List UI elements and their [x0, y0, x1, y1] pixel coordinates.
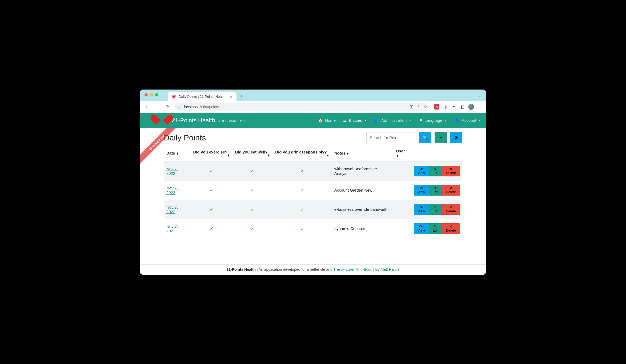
page-header-row: Daily Points 🔍 ＋ ⟳: [164, 132, 462, 143]
extensions-puzzle-icon[interactable]: ✦: [451, 104, 456, 110]
check-icon: ✓: [300, 207, 304, 212]
edit-button[interactable]: ✎Edit: [429, 204, 442, 215]
pencil-icon: ✎: [434, 186, 437, 190]
app-footer: 21-Points Health | An application develo…: [140, 264, 486, 275]
password-key-icon[interactable]: ⚿: [410, 104, 414, 109]
view-button[interactable]: 👁View: [414, 223, 429, 234]
col-eat[interactable]: Did you eat well? ▲▼: [232, 145, 272, 161]
side-panel-icon[interactable]: ◧: [460, 104, 465, 110]
table-row: Nov 7, 2022✓✓✓withdrawal Bedfordshire An…: [164, 161, 462, 181]
footer-link-author[interactable]: Matt Raible: [381, 267, 400, 272]
site-info-icon[interactable]: i: [177, 105, 181, 109]
caret-down-icon: ▼: [444, 119, 447, 122]
profile-avatar[interactable]: [468, 104, 474, 110]
browser-menu-icon[interactable]: ⋮: [477, 104, 483, 110]
eye-icon: 👁: [419, 167, 423, 171]
row-actions: 👁View✎Edit✕Delete: [414, 204, 460, 215]
nav-account[interactable]: 👤 Account ▼: [454, 117, 481, 124]
flag-icon: ⚑: [419, 118, 422, 123]
window-controls: [145, 93, 158, 96]
view-button[interactable]: 👁View: [414, 166, 429, 176]
new-tab-button[interactable]: +: [240, 94, 243, 99]
check-icon: ✓: [210, 168, 214, 174]
delete-button[interactable]: ✕Delete: [442, 166, 460, 176]
col-user[interactable]: User ▲▼: [394, 145, 411, 161]
tab-title: Daily Points | 21-Points Health: [179, 95, 225, 99]
delete-button[interactable]: ✕Delete: [442, 223, 460, 234]
col-date[interactable]: Date ▲▼: [164, 145, 191, 161]
browser-titlebar: 💗 Daily Points | 21-Points Health ✕ + ⌄: [140, 90, 486, 101]
edit-button[interactable]: ✎Edit: [429, 223, 442, 234]
row-user: [394, 181, 411, 200]
view-button[interactable]: 👁View: [414, 185, 429, 196]
close-window-button[interactable]: [145, 93, 148, 96]
row-date-link[interactable]: Nov 7, 2022: [166, 205, 178, 214]
edit-button[interactable]: ✎Edit: [429, 166, 442, 176]
address-bar[interactable]: i localhost:8080/points ⚿ ⇧ ☆: [174, 103, 430, 111]
home-icon: 🏠: [318, 118, 323, 123]
row-date-link[interactable]: Nov 7, 2022: [166, 186, 178, 195]
caret-down-icon: ▼: [478, 119, 481, 122]
create-button[interactable]: ＋: [435, 132, 447, 143]
table-row: Nov 7, 2022✓✓✓dynamic Concrete👁View✎Edit…: [164, 219, 462, 238]
nav-administration[interactable]: 👥 Administration ▼: [374, 117, 412, 124]
redux-devtools-icon[interactable]: ◎: [443, 104, 448, 110]
nav-language[interactable]: ⚑ Language ▼: [418, 117, 448, 124]
row-user: [394, 161, 411, 181]
view-button[interactable]: 👁View: [414, 204, 429, 215]
footer-app: 21-Points Health: [226, 267, 256, 272]
search-icon: 🔍: [423, 135, 428, 140]
footer-by: | By: [372, 267, 381, 272]
reload-button[interactable]: ⟳: [164, 104, 171, 110]
check-icon: ✓: [250, 168, 254, 174]
brand-title: 21-Points Health: [172, 117, 215, 124]
pencil-icon: ✎: [434, 167, 437, 171]
extension-icons: A ◎ ✦ ◧ ⋮: [434, 104, 483, 110]
check-icon: ✓: [210, 188, 214, 193]
page-body: Development Daily Points 🔍 ＋ ⟳ Da: [140, 128, 486, 264]
edit-button[interactable]: ✎Edit: [429, 185, 442, 196]
search-button[interactable]: 🔍: [419, 132, 431, 143]
browser-tab[interactable]: 💗 Daily Points | 21-Points Health ✕: [168, 92, 236, 101]
delete-button[interactable]: ✕Delete: [442, 204, 460, 215]
check-icon: ✓: [210, 207, 214, 212]
footer-link-book[interactable]: The JHipster Mini-Book: [334, 267, 372, 272]
refresh-button[interactable]: ⟳: [450, 132, 462, 143]
delete-button[interactable]: ✕Delete: [442, 185, 460, 196]
bookmark-star-icon[interactable]: ☆: [424, 104, 427, 109]
col-exercise[interactable]: Did you exercise? ▲▼: [191, 145, 232, 161]
row-notes: dynamic Concrete: [332, 219, 394, 238]
tab-favicon-heart-icon: 💗: [171, 95, 176, 99]
angular-extension-icon[interactable]: A: [434, 104, 439, 110]
row-actions: 👁View✎Edit✕Delete: [414, 223, 460, 234]
col-notes[interactable]: Notes ▲▼: [332, 145, 394, 161]
browser-window: 💗 Daily Points | 21-Points Health ✕ + ⌄ …: [140, 90, 486, 275]
refresh-icon: ⟳: [455, 135, 458, 140]
search-input[interactable]: [366, 132, 416, 143]
nav-home[interactable]: 🏠 Home: [317, 117, 336, 124]
x-icon: ✕: [449, 167, 452, 171]
brand[interactable]: 21-Points Health v0.0.1-SNAPSHOT: [156, 115, 245, 126]
x-icon: ✕: [449, 186, 452, 190]
maximize-window-button[interactable]: [155, 93, 158, 96]
list-icon: ☰: [343, 118, 347, 123]
sort-icon: ▲▼: [327, 154, 329, 157]
nav-entities[interactable]: ☰ Entities ▼: [343, 117, 367, 124]
tabs-overflow-icon[interactable]: ⌄: [478, 93, 481, 98]
minimize-window-button[interactable]: [150, 93, 153, 96]
forward-button[interactable]: →: [154, 104, 161, 110]
sort-icon: ▲▼: [347, 152, 349, 155]
x-icon: ✕: [449, 205, 452, 209]
row-notes: withdrawal Bedfordshire Analyst: [332, 161, 394, 181]
share-icon[interactable]: ⇧: [417, 104, 420, 109]
col-drink[interactable]: Did you drink responsibly? ▲▼: [272, 145, 332, 161]
tab-close-icon[interactable]: ✕: [230, 95, 233, 99]
col-actions: [411, 145, 462, 161]
app-navbar: 21-Points Health v0.0.1-SNAPSHOT 🏠 Home …: [140, 113, 486, 128]
back-button[interactable]: ←: [143, 104, 151, 110]
plus-icon: ＋: [439, 135, 443, 140]
url-host: localhost: [184, 105, 199, 109]
row-date-link[interactable]: Nov 7, 2022: [166, 167, 178, 176]
user-icon: 👤: [455, 118, 460, 123]
row-date-link[interactable]: Nov 7, 2022: [166, 224, 178, 233]
